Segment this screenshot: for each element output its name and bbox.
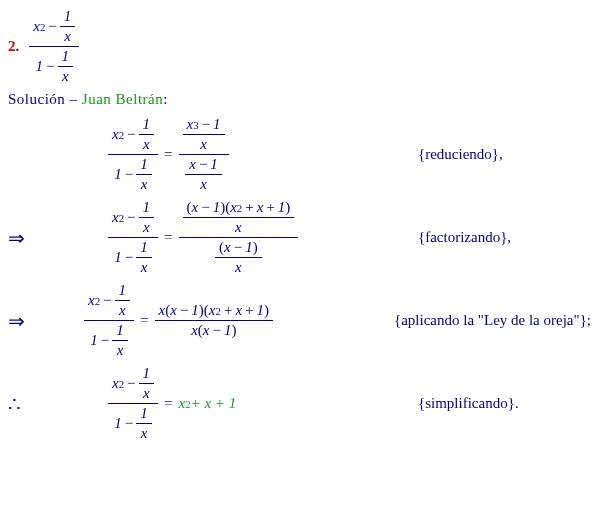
one: 1 xyxy=(58,48,74,66)
var-x: x xyxy=(187,116,194,133)
minus: − xyxy=(124,209,138,226)
var-x: x xyxy=(192,199,199,216)
step-2: ⇒ x2−1x 1−1x = (x−1)(x2+x+1) x (x−1) x {… xyxy=(8,199,591,276)
one: 1 xyxy=(139,365,155,383)
minus: − xyxy=(45,18,59,35)
one: 1 xyxy=(139,199,155,217)
var-x: x xyxy=(179,395,186,412)
minus: − xyxy=(199,116,213,133)
var-x: x xyxy=(112,375,119,392)
var-x: x xyxy=(139,134,155,153)
one: 1 xyxy=(36,58,44,75)
one: 1 xyxy=(191,302,199,319)
one: 1 xyxy=(136,239,152,257)
equals: = xyxy=(134,312,154,329)
var-x: x xyxy=(224,239,231,256)
var-x: x xyxy=(183,217,295,236)
equals: = xyxy=(158,229,178,246)
var-x: x xyxy=(159,302,166,319)
rhs-frac: x(x−1)(x2+x+1) x(x−1) xyxy=(155,302,274,339)
problem-expression: x2 − 1 x 1 − 1 x xyxy=(29,8,79,85)
minus: − xyxy=(124,126,138,143)
var-x: x xyxy=(33,18,40,35)
var-x: x xyxy=(191,322,198,339)
var-x: x xyxy=(230,199,237,216)
one: 1 xyxy=(112,322,128,340)
step-1: x2−1x 1−1x = x3−1 x x−1 x {reduciendo}, xyxy=(8,116,591,193)
var-x: x xyxy=(209,302,216,319)
minus: − xyxy=(122,249,136,266)
plus: + xyxy=(221,302,235,319)
var-x: x xyxy=(136,174,152,193)
dash: – xyxy=(65,91,82,107)
plus: + xyxy=(242,199,256,216)
var-x: x xyxy=(257,199,264,216)
one: 1 xyxy=(136,156,152,174)
var-x: x xyxy=(203,322,210,339)
note-step1: {reduciendo}, xyxy=(418,146,503,163)
var-x: x xyxy=(112,209,119,226)
problem-number: 2. xyxy=(8,38,19,55)
one: 1 xyxy=(278,199,286,216)
note-step2: {factorizando}, xyxy=(418,229,511,246)
var-x: x xyxy=(112,126,119,143)
one: 1 xyxy=(114,415,122,432)
one: 1 xyxy=(90,332,98,349)
minus: − xyxy=(196,156,210,173)
var-x: x xyxy=(170,302,177,319)
var-x: x xyxy=(115,300,131,319)
step-4: ∴ x2−1x 1−1x = x2 + x + 1 {simplificando… xyxy=(8,365,591,442)
one: 1 xyxy=(136,405,152,423)
note-step4: {simplificando}. xyxy=(418,395,519,412)
one: 1 xyxy=(213,199,221,216)
one: 1 xyxy=(210,156,218,173)
plus: + xyxy=(242,302,256,319)
minus: − xyxy=(122,415,136,432)
result-tail: + x + 1 xyxy=(191,395,237,412)
var-x: x xyxy=(88,292,95,309)
solution-label: Solución xyxy=(8,91,65,107)
minus: − xyxy=(231,239,245,256)
rhs-frac: (x−1)(x2+x+1) x (x−1) x xyxy=(179,199,299,276)
minus: − xyxy=(43,58,57,75)
one: 1 xyxy=(114,166,122,183)
var-x: x xyxy=(185,174,222,193)
rhs-frac: x3−1 x x−1 x xyxy=(179,116,229,193)
var-x: x xyxy=(112,340,128,359)
plus: + xyxy=(263,199,277,216)
minus: − xyxy=(124,375,138,392)
lhs-frac: x2−1x 1−1x xyxy=(108,365,158,442)
implies-icon: ⇒ xyxy=(8,309,38,333)
var-x: x xyxy=(189,156,196,173)
var-x: x xyxy=(183,134,225,153)
note-step3: {aplicando la "Ley de la oreja"}; xyxy=(394,312,591,329)
var-x: x xyxy=(60,26,76,45)
var-x: x xyxy=(235,302,242,319)
var-x: x xyxy=(136,423,152,442)
one: 1 xyxy=(245,239,253,256)
minus: − xyxy=(209,322,223,339)
var-x: x xyxy=(136,257,152,276)
minus: − xyxy=(198,199,212,216)
one: 1 xyxy=(257,302,265,319)
final-answer: x2 + x + 1 xyxy=(179,395,237,412)
minus: − xyxy=(177,302,191,319)
solution-line: Solución – Juan Beltrán: xyxy=(8,91,591,108)
minus: − xyxy=(100,292,114,309)
minus: − xyxy=(122,166,136,183)
implies-icon: ⇒ xyxy=(8,226,48,250)
problem-row: 2. x2 − 1 x 1 − 1 x xyxy=(8,8,591,85)
one: 1 xyxy=(224,322,232,339)
minus: − xyxy=(98,332,112,349)
equals: = xyxy=(158,395,178,412)
colon: : xyxy=(163,91,168,107)
var-x: x xyxy=(58,66,74,85)
var-x: x xyxy=(215,257,262,276)
equals: = xyxy=(158,146,178,163)
var-x: x xyxy=(139,217,155,236)
therefore-icon: ∴ xyxy=(8,392,48,416)
lhs-frac: x2−1x 1−1x xyxy=(108,199,158,276)
lhs-frac: x2−1x 1−1x xyxy=(108,116,158,193)
one: 1 xyxy=(60,8,76,26)
one: 1 xyxy=(213,116,221,133)
